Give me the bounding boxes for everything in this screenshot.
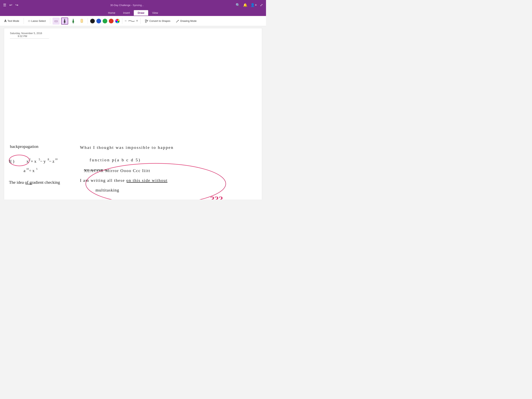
tab-view[interactable]: View xyxy=(148,10,162,16)
color-red[interactable] xyxy=(109,19,114,23)
svg-point-8 xyxy=(145,21,146,23)
lasso-select-label: Lasso Select xyxy=(31,19,46,22)
undo-icon[interactable]: ↩ xyxy=(9,3,12,7)
sup-5-2: 5 xyxy=(36,167,37,170)
formula-minus-z10: − z xyxy=(49,159,55,164)
separator-3 xyxy=(88,18,88,24)
color-blue[interactable] xyxy=(96,19,101,23)
text-mode-icon: A xyxy=(4,19,7,23)
color-green[interactable] xyxy=(103,19,107,23)
text-mode-label: Text Mode xyxy=(8,19,19,22)
app-title: 30-Day Challenge - Syncing... xyxy=(110,4,144,7)
right-nav: 🔍 🔔 👤+ ⤢ xyxy=(236,3,263,7)
svg-marker-1 xyxy=(64,19,65,23)
notification-icon[interactable]: 🔔 xyxy=(243,3,247,7)
thickness-controls: − + xyxy=(125,19,138,23)
formula-a10: a xyxy=(24,168,25,173)
eraser-button[interactable] xyxy=(53,18,60,25)
svg-rect-6 xyxy=(145,20,146,21)
convert-to-shapes-button[interactable]: Convert to Shapes xyxy=(143,19,172,24)
title-row: ☰ ↩ ↪ 30-Day Challenge - Syncing... 🔍 🔔 … xyxy=(0,0,266,10)
formula-minus-y8: − y xyxy=(40,159,46,164)
separator-2 xyxy=(50,18,50,24)
highlighter-button[interactable] xyxy=(78,18,85,25)
formula-plus-x5: + x xyxy=(31,159,36,164)
redo-icon[interactable]: ↪ xyxy=(15,3,18,7)
lasso-icon: ⬭ xyxy=(28,19,30,23)
thickness-decrease[interactable]: − xyxy=(125,19,127,23)
separator-1 xyxy=(24,18,24,24)
xlacor-text: XLACOR Mirror Oooo Ccc Iiitt xyxy=(84,168,150,173)
add-account-icon[interactable]: 👤+ xyxy=(250,3,257,7)
color-black[interactable] xyxy=(90,19,95,23)
svg-marker-4 xyxy=(73,23,74,24)
hamburger-icon[interactable]: ☰ xyxy=(3,3,6,7)
svg-rect-5 xyxy=(81,19,83,23)
handwriting-canvas: backpropagation f( ) x 2 + x 5 − y 8 − z… xyxy=(4,28,262,200)
sup-10-2: 10 xyxy=(26,167,29,170)
sup-8: 8 xyxy=(48,158,49,161)
tab-insert[interactable]: Insert xyxy=(119,10,134,16)
top-bar: ☰ ↩ ↪ 30-Day Challenge - Syncing... 🔍 🔔 … xyxy=(0,0,266,16)
color-picker[interactable] xyxy=(115,19,120,23)
formula-f: f( ) xyxy=(9,159,14,164)
sup-2: 2 xyxy=(29,158,31,161)
lasso-select-button[interactable]: ⬭ Lasso Select xyxy=(26,19,48,23)
pen-button-2[interactable] xyxy=(70,18,77,25)
search-icon[interactable]: 🔍 xyxy=(236,3,240,7)
toolbar: A Text Mode ⬭ Lasso Select − + Convert t… xyxy=(0,16,266,26)
writing-text: I am writing all these on this side with… xyxy=(80,178,168,183)
text-mode-button[interactable]: A Text Mode xyxy=(2,19,21,24)
formula-x2: x xyxy=(26,159,29,164)
convert-label: Convert to Shapes xyxy=(149,19,170,22)
function-text: function p(a b c d 5) xyxy=(89,157,141,162)
drawing-mode-button[interactable]: Drawing Mode xyxy=(174,19,199,24)
page-area: Saturday, November 5, 2016 9:32 PM backp… xyxy=(4,28,262,200)
collapse-icon[interactable]: ⤢ xyxy=(260,3,263,7)
separator-5 xyxy=(140,18,141,24)
sup-10: 10 xyxy=(55,158,58,161)
formula-plus-x5-2: ÷ x xyxy=(29,168,35,173)
svg-marker-3 xyxy=(72,19,74,23)
question-marks: ??? xyxy=(210,195,223,200)
thickness-increase[interactable]: + xyxy=(136,19,138,23)
sup-5: 5 xyxy=(39,158,40,161)
title-text: 30-Day Challenge - Syncing... xyxy=(110,4,144,7)
nav-tabs: Home Insert Draw View xyxy=(0,10,266,16)
gradient-checking-text: The idea of gradient checking xyxy=(9,180,60,185)
tab-draw[interactable]: Draw xyxy=(134,10,148,16)
multitasking-text: multitasking xyxy=(95,188,119,193)
tab-home[interactable]: Home xyxy=(104,10,119,16)
heading-text: What I thought was impossible to happen xyxy=(80,145,173,150)
backpropagation-text: backpropagation xyxy=(10,144,38,149)
svg-marker-2 xyxy=(64,23,65,24)
pen-button-1[interactable] xyxy=(61,18,68,25)
drawing-mode-label: Drawing Mode xyxy=(180,19,197,22)
svg-rect-0 xyxy=(55,20,58,22)
svg-marker-7 xyxy=(147,20,148,21)
left-nav: ☰ ↩ ↪ xyxy=(3,3,18,7)
